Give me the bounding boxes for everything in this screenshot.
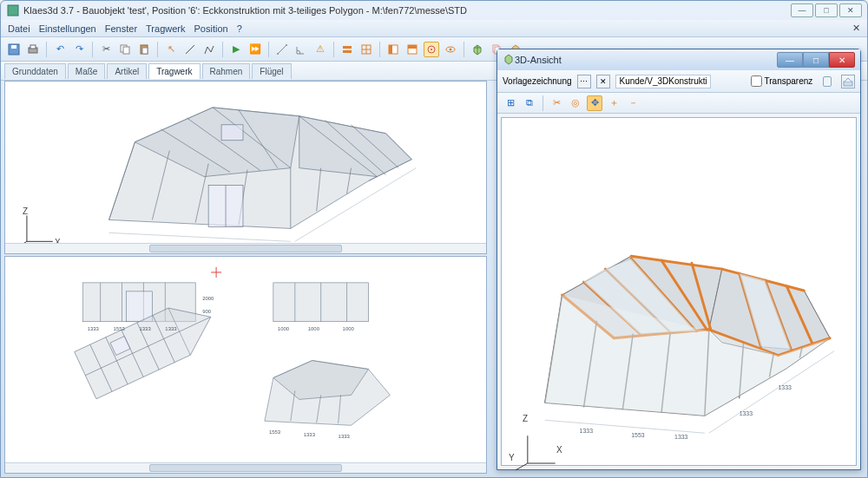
poly-icon[interactable] xyxy=(201,42,217,57)
axis-y-label: Y xyxy=(509,453,515,462)
link-icon[interactable]: ⧉ xyxy=(522,95,537,111)
move-icon[interactable]: ✥ xyxy=(587,95,602,111)
save-icon[interactable] xyxy=(6,42,22,57)
target-icon[interactable] xyxy=(424,42,439,57)
copy-icon[interactable] xyxy=(117,42,133,57)
float-maximize-button[interactable]: □ xyxy=(803,52,829,68)
separator xyxy=(333,42,334,57)
axis-x-label: X xyxy=(556,445,562,455)
cube-icon[interactable] xyxy=(470,42,485,57)
svg-text:1553: 1553 xyxy=(114,326,126,331)
print-icon[interactable] xyxy=(25,42,41,57)
menu-fenster[interactable]: Fenster xyxy=(105,23,137,34)
menu-einstellungen[interactable]: Einstellungen xyxy=(39,23,96,34)
3d-view-titlebar[interactable]: 3D-Ansicht — □ ✕ xyxy=(497,49,860,70)
left-column: X Y Z xyxy=(4,81,487,474)
transparency-checkbox[interactable] xyxy=(751,75,762,87)
tab-masse[interactable]: Maße xyxy=(68,63,106,79)
tab-fluegel[interactable]: Flügel xyxy=(252,63,291,79)
svg-line-134 xyxy=(516,463,528,470)
angle-icon[interactable] xyxy=(293,42,309,57)
menu-tragwerk[interactable]: Tragwerk xyxy=(146,23,185,34)
close-button[interactable]: ✕ xyxy=(839,3,862,17)
technical-views-pane[interactable]: 1333155313331333 2000900 100010001000 15… xyxy=(4,256,487,474)
panel2-icon[interactable] xyxy=(404,42,420,57)
slider-thumb[interactable] xyxy=(823,76,832,87)
browse-button[interactable]: ⋯ xyxy=(577,75,591,88)
scrollbar-thumb[interactable] xyxy=(149,464,342,472)
axis-minus-icon[interactable]: － xyxy=(625,95,641,111)
title-bar: Klaes3d 3.7 - Bauobjekt 'test', Position… xyxy=(1,1,867,20)
minimize-button[interactable]: — xyxy=(791,3,813,17)
separator xyxy=(46,42,47,57)
transparency-option[interactable]: Transparenz xyxy=(751,75,813,87)
svg-line-9 xyxy=(186,45,194,54)
maximize-button[interactable]: □ xyxy=(815,3,838,17)
clear-button[interactable]: ✕ xyxy=(596,75,610,88)
play-icon[interactable]: ▶ xyxy=(228,42,244,57)
separator xyxy=(222,42,223,57)
menu-datei[interactable]: Datei xyxy=(8,23,30,34)
mdi-close-icon[interactable]: ✕ xyxy=(852,23,860,34)
isometric-view-pane[interactable]: X Y Z xyxy=(4,81,487,254)
horizontal-scrollbar[interactable] xyxy=(5,243,486,253)
svg-rect-21 xyxy=(408,45,417,49)
vorlage-field[interactable] xyxy=(615,75,711,88)
svg-rect-14 xyxy=(343,50,352,53)
snap-icon[interactable]: ⊞ xyxy=(503,95,518,111)
tab-rahmen[interactable]: Rahmen xyxy=(202,63,251,79)
scrollbar-thumb[interactable] xyxy=(149,245,342,252)
cut-icon[interactable]: ✂ xyxy=(549,95,564,111)
separator xyxy=(268,42,269,57)
grid-icon[interactable] xyxy=(358,42,374,57)
svg-rect-6 xyxy=(123,47,129,54)
technical-views: 1333155313331333 2000900 100010001000 15… xyxy=(5,257,486,464)
3d-view-window: 3D-Ansicht — □ ✕ Vorlagezeichnung ⋯ ✕ Tr… xyxy=(496,49,861,470)
transparency-label: Transparenz xyxy=(765,76,813,86)
settings-icon[interactable] xyxy=(841,75,855,88)
separator xyxy=(157,42,158,57)
measure-icon[interactable] xyxy=(274,42,290,57)
axis-z-label: Z xyxy=(23,206,28,216)
layer-icon[interactable] xyxy=(339,42,355,57)
3d-view-toolbar-bottom: ⊞ ⧉ ✂ ◎ ✥ ＋ － xyxy=(497,93,860,114)
float-close-button[interactable]: ✕ xyxy=(829,52,855,68)
svg-text:2000: 2000 xyxy=(202,296,214,301)
tab-artikel[interactable]: Artikel xyxy=(107,63,147,79)
tab-grunddaten[interactable]: Grunddaten xyxy=(4,63,66,79)
axis-plus-icon[interactable]: ＋ xyxy=(606,95,621,111)
float-minimize-button[interactable]: — xyxy=(777,52,803,68)
fastfwd-icon[interactable]: ⏩ xyxy=(247,42,263,57)
eye-icon[interactable] xyxy=(443,42,458,57)
isometric-wireframe xyxy=(5,82,486,254)
redo-icon[interactable]: ↷ xyxy=(71,42,87,57)
click-icon[interactable]: ↖ xyxy=(163,42,179,57)
panel1-icon[interactable] xyxy=(385,42,401,57)
svg-text:1333: 1333 xyxy=(88,326,100,331)
svg-line-50 xyxy=(109,232,291,241)
cut-icon[interactable]: ✂ xyxy=(98,42,114,57)
svg-rect-62 xyxy=(126,291,152,322)
axis-z-label: Z xyxy=(523,414,528,423)
horizontal-scrollbar[interactable] xyxy=(5,462,486,473)
svg-text:1333: 1333 xyxy=(778,384,792,390)
menu-help[interactable]: ? xyxy=(237,23,242,34)
3d-render: 133315531333 13331333 xyxy=(502,118,856,478)
warning-icon[interactable]: ⚠ xyxy=(312,42,328,57)
menu-bar: Datei Einstellungen Fenster Tragwerk Pos… xyxy=(1,20,867,37)
menu-position[interactable]: Position xyxy=(194,23,227,34)
undo-icon[interactable]: ↶ xyxy=(52,42,68,57)
vorlage-label: Vorlagezeichnung xyxy=(503,76,572,86)
svg-text:1333: 1333 xyxy=(740,410,753,416)
svg-rect-0 xyxy=(8,5,18,16)
paste-icon[interactable] xyxy=(136,42,152,57)
app-icon xyxy=(6,3,20,17)
svg-rect-47 xyxy=(221,125,243,141)
tab-tragwerk[interactable]: Tragwerk xyxy=(148,63,200,79)
transparency-slider[interactable] xyxy=(823,80,831,83)
3d-render-viewport[interactable]: 133315531333 13331333 X Y Z xyxy=(501,117,857,466)
svg-rect-92 xyxy=(844,82,852,86)
line-icon[interactable] xyxy=(182,42,198,57)
loop-icon[interactable]: ◎ xyxy=(568,95,583,111)
svg-rect-8 xyxy=(142,48,148,54)
